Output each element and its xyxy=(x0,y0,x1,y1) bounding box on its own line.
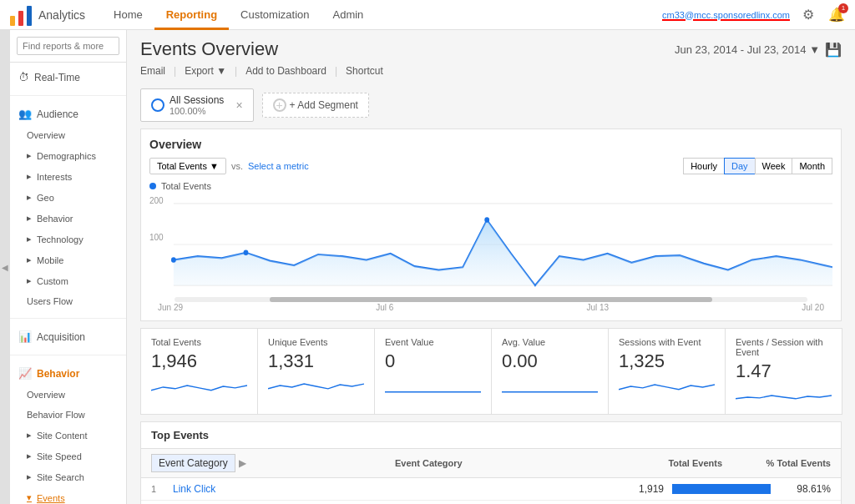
notif-badge: 1 xyxy=(838,3,848,13)
sidebar-item-behavior-audience[interactable]: ▸ Behavior xyxy=(10,208,126,229)
sparkline-5 xyxy=(736,386,832,406)
col-category-header: Event Category xyxy=(388,458,622,468)
select-metric-link[interactable]: Select a metric xyxy=(248,161,309,171)
stat-unique-events: Unique Events 1,331 xyxy=(257,328,375,415)
sidebar-item-technology[interactable]: ▸ Technology xyxy=(10,229,126,249)
sidebar-item-usersflow[interactable]: Users Flow xyxy=(10,291,126,311)
sidebar-item-behavior[interactable]: 📈 Behavior xyxy=(10,362,126,385)
shortcut-button[interactable]: Shortcut xyxy=(346,65,383,77)
table-col-headers: Event Category Total Events % Total Even… xyxy=(388,454,831,472)
add-segment-button[interactable]: + + Add Segment xyxy=(262,93,369,118)
sidebar-item-sitespeed[interactable]: ▸ Site Speed xyxy=(10,446,126,466)
stat-label-4: Sessions with Event xyxy=(619,337,715,347)
filter-row: Event Category ▶ Event Category Total Ev… xyxy=(141,449,841,478)
sidebar-item-sitesearch[interactable]: ▸ Site Search xyxy=(10,466,126,487)
event-pct-0: 98.61% xyxy=(781,483,831,495)
sidebar-search-container xyxy=(10,30,126,63)
stat-value-5: 1.47 xyxy=(736,360,832,382)
time-btn-month[interactable]: Month xyxy=(792,158,832,174)
page-title: Events Overview xyxy=(140,38,278,60)
y-axis-top: 200 xyxy=(149,196,164,205)
logo: Analytics xyxy=(8,3,85,28)
sidebar-item-interests[interactable]: ▸ Interests xyxy=(10,166,126,187)
stat-sessions-with-event: Sessions with Event 1,325 xyxy=(608,328,726,415)
sidebar-item-geo[interactable]: ▸ Geo xyxy=(10,187,126,208)
event-stats-0: 1,919 98.61% xyxy=(580,483,831,495)
sidebar-section-behavior: 📈 Behavior Overview Behavior Flow ▸ Site… xyxy=(10,359,126,504)
x-axis-jul20: Jul 20 xyxy=(802,303,824,312)
stat-label-2: Event Value xyxy=(385,337,481,347)
event-bar-0 xyxy=(672,484,772,494)
export-button[interactable]: Export ▼ xyxy=(185,65,226,77)
nav-home[interactable]: Home xyxy=(102,0,154,30)
stat-value-4: 1,325 xyxy=(619,350,715,372)
save-icon[interactable]: 💾 xyxy=(825,42,842,58)
legend-dot xyxy=(149,183,156,189)
svg-rect-0 xyxy=(10,16,15,26)
vs-label: vs. xyxy=(231,161,243,171)
nav-admin[interactable]: Admin xyxy=(321,0,375,30)
all-sessions-segment[interactable]: All Sessions 100.00% × xyxy=(140,88,254,122)
stat-events-per-session: Events / Session with Event 1.47 xyxy=(725,328,842,415)
segment-close-icon[interactable]: × xyxy=(235,98,242,112)
user-email[interactable]: cm33@mcc.sponsoredlinx.com xyxy=(662,10,790,20)
stat-value-2: 0 xyxy=(385,350,481,372)
svg-point-8 xyxy=(244,250,249,256)
settings-icon[interactable]: ⚙ xyxy=(798,5,818,25)
chart-scrollbar[interactable] xyxy=(175,297,807,302)
svg-marker-6 xyxy=(174,220,832,286)
sparkline-0 xyxy=(151,375,247,396)
date-range[interactable]: Jun 23, 2014 - Jul 23, 2014 ▼ xyxy=(675,43,820,56)
sidebar-item-demographics[interactable]: ▸ Demographics xyxy=(10,145,126,166)
sidebar-item-acquisition[interactable]: 📊 Acquisition xyxy=(10,325,126,348)
sidebar-item-behaviorflow[interactable]: Behavior Flow xyxy=(10,405,126,425)
filter-selector[interactable]: Event Category ▶ xyxy=(151,454,388,472)
add-dashboard-button[interactable]: Add to Dashboard xyxy=(245,65,326,77)
audience-icon: 👥 xyxy=(18,108,32,120)
sidebar-item-behavior-overview[interactable]: Overview xyxy=(10,385,126,405)
stat-label-0: Total Events xyxy=(151,337,247,347)
sparkline-2 xyxy=(385,375,481,396)
sidebar-collapse-handle[interactable]: ◀ xyxy=(0,30,10,504)
sidebar-item-realtime[interactable]: ⏱ Real-Time xyxy=(10,66,126,88)
overview-section: Overview Total Events ▼ vs. Select a met… xyxy=(140,129,842,321)
notifications-icon[interactable]: 🔔 1 xyxy=(827,5,847,25)
metric-dropdown[interactable]: Total Events ▼ xyxy=(149,158,226,174)
chart-controls: Total Events ▼ vs. Select a metric Hourl… xyxy=(149,158,832,174)
main-layout: ◀ ⏱ Real-Time 👥 Audience Overview ▸ Demo… xyxy=(0,30,855,504)
x-axis-jul6: Jul 6 xyxy=(376,303,393,312)
event-count-0: 1,919 xyxy=(580,483,664,495)
svg-point-9 xyxy=(484,217,489,223)
nav-reporting[interactable]: Reporting xyxy=(154,0,229,30)
filter-label: Event Category xyxy=(151,454,235,472)
svg-rect-2 xyxy=(27,6,32,26)
stat-total-events: Total Events 1,946 xyxy=(140,328,258,415)
sidebar-item-events[interactable]: ▾ Events xyxy=(10,487,126,504)
event-row-0: 1 Link Click 1,919 98.61% xyxy=(141,478,841,501)
filter-arrow: ▶ xyxy=(239,457,246,469)
acquisition-icon: 📊 xyxy=(18,330,32,343)
event-link-0[interactable]: Link Click xyxy=(173,483,215,495)
stat-avg-value: Avg. Value 0.00 xyxy=(491,328,609,415)
sidebar-item-audience[interactable]: 👥 Audience xyxy=(10,103,126,125)
time-btn-day[interactable]: Day xyxy=(724,158,756,174)
y-axis-mid: 100 xyxy=(149,233,164,242)
sidebar-item-sitecontent[interactable]: ▸ Site Content xyxy=(10,425,126,446)
chart-x-axis: Jun 29 Jul 6 Jul 13 Jul 20 xyxy=(149,303,832,312)
metric-selector: Total Events ▼ vs. Select a metric xyxy=(149,158,309,174)
events-title: Top Events xyxy=(151,429,831,441)
time-btn-hourly[interactable]: Hourly xyxy=(683,158,725,174)
sidebar: ⏱ Real-Time 👥 Audience Overview ▸ Demogr… xyxy=(10,30,127,504)
sidebar-item-overview[interactable]: Overview xyxy=(10,125,126,145)
sidebar-section-audience: 👥 Audience Overview ▸ Demographics ▸ Int… xyxy=(10,99,126,315)
sidebar-item-custom[interactable]: ▸ Custom xyxy=(10,270,126,291)
svg-point-7 xyxy=(171,257,176,263)
sidebar-item-mobile[interactable]: ▸ Mobile xyxy=(10,249,126,270)
search-input[interactable] xyxy=(17,37,119,55)
time-btn-week[interactable]: Week xyxy=(755,158,793,174)
main-content: Events Overview Jun 23, 2014 - Jul 23, 2… xyxy=(127,30,855,504)
legend-label: Total Events xyxy=(161,181,211,191)
nav-customization[interactable]: Customization xyxy=(229,0,321,30)
email-button[interactable]: Email xyxy=(140,65,165,77)
stat-event-value: Event Value 0 xyxy=(374,328,492,415)
